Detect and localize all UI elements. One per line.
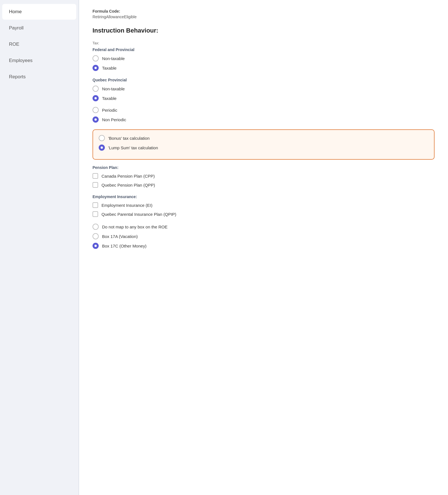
cpp-label: Canada Pension Plan (CPP): [101, 174, 155, 178]
sidebar-item-roe[interactable]: ROE: [2, 36, 76, 52]
do-not-map-option[interactable]: Do not map to any box on the ROE: [93, 224, 435, 230]
box-17c-label: Box 17C (Other Money): [102, 244, 146, 248]
ei-label: Employment Insurance (EI): [101, 203, 153, 208]
formula-code-value: RetiringAllowanceEligible: [93, 15, 435, 19]
non-taxable-2-radio[interactable]: [93, 86, 99, 92]
cpp-checkbox[interactable]: [93, 173, 98, 179]
taxable-2-label: Taxable: [102, 96, 117, 101]
sidebar-item-payroll[interactable]: Payroll: [2, 20, 76, 36]
qpip-label: Quebec Parental Insurance Plan (QPIP): [101, 212, 176, 217]
qpp-label: Quebec Pension Plan (QPP): [101, 183, 155, 187]
sidebar: Home Payroll ROE Employees Reports: [0, 0, 78, 495]
lump-sum-tax-option[interactable]: 'Lump Sum' tax calculation: [99, 145, 428, 151]
formula-code-label: Formula Code:: [93, 9, 435, 13]
tax-label: Tax:: [93, 41, 435, 45]
bonus-tax-label: 'Bonus' tax calculation: [108, 136, 149, 141]
qpp-option[interactable]: Quebec Pension Plan (QPP): [93, 182, 435, 188]
lump-sum-tax-radio[interactable]: [99, 145, 105, 151]
roe-mapping-radio-group: Do not map to any box on the ROE Box 17A…: [93, 224, 435, 249]
do-not-map-label: Do not map to any box on the ROE: [102, 224, 167, 229]
non-periodic-label: Non Periodic: [102, 117, 126, 122]
lump-sum-tax-label: 'Lump Sum' tax calculation: [108, 145, 158, 150]
qpip-checkbox[interactable]: [93, 211, 98, 217]
taxable-1-radio[interactable]: [93, 65, 99, 71]
ei-checkbox[interactable]: [93, 202, 98, 208]
non-taxable-1-radio[interactable]: [93, 55, 99, 61]
federal-provincial-label: Federal and Provincial: [93, 47, 435, 52]
taxable-1-label: Taxable: [102, 66, 117, 70]
non-taxable-1-label: Non-taxable: [102, 56, 125, 61]
taxable-1-option[interactable]: Taxable: [93, 65, 435, 71]
box-17a-label: Box 17A (Vacation): [102, 234, 138, 239]
box-17a-option[interactable]: Box 17A (Vacation): [93, 233, 435, 239]
employment-insurance-label: Employment Insurance:: [93, 194, 435, 199]
taxable-2-radio[interactable]: [93, 95, 99, 101]
qpip-option[interactable]: Quebec Parental Insurance Plan (QPIP): [93, 211, 435, 217]
sidebar-item-employees[interactable]: Employees: [2, 53, 76, 68]
qpp-checkbox[interactable]: [93, 182, 98, 188]
cpp-option[interactable]: Canada Pension Plan (CPP): [93, 173, 435, 179]
bonus-tax-radio[interactable]: [99, 135, 105, 141]
periodic-option[interactable]: Periodic: [93, 107, 435, 113]
taxable-2-option[interactable]: Taxable: [93, 95, 435, 101]
quebec-provincial-label: Quebec Provincial: [93, 78, 435, 82]
box-17c-radio[interactable]: [93, 243, 99, 249]
non-periodic-option[interactable]: Non Periodic: [93, 116, 435, 123]
periodic-label: Periodic: [102, 108, 117, 113]
periodic-radio[interactable]: [93, 107, 99, 113]
ei-option[interactable]: Employment Insurance (EI): [93, 202, 435, 208]
instruction-behaviour-title: Instruction Behaviour:: [93, 27, 435, 34]
tax-calculation-highlighted-box: 'Bonus' tax calculation 'Lump Sum' tax c…: [93, 129, 435, 160]
non-taxable-1-option[interactable]: Non-taxable: [93, 55, 435, 61]
pension-plan-label: Pension Plan:: [93, 165, 435, 170]
do-not-map-radio[interactable]: [93, 224, 99, 230]
federal-provincial-radio-group: Non-taxable Taxable: [93, 55, 435, 71]
periodic-radio-group: Periodic Non Periodic: [93, 107, 435, 123]
sidebar-item-home[interactable]: Home: [2, 4, 76, 20]
box-17a-radio[interactable]: [93, 233, 99, 239]
non-taxable-2-label: Non-taxable: [102, 86, 125, 91]
sidebar-item-reports[interactable]: Reports: [2, 69, 76, 85]
box-17c-option[interactable]: Box 17C (Other Money): [93, 243, 435, 249]
non-taxable-2-option[interactable]: Non-taxable: [93, 86, 435, 92]
main-content: Formula Code: RetiringAllowanceEligible …: [79, 0, 448, 495]
quebec-provincial-radio-group: Non-taxable Taxable: [93, 86, 435, 101]
bonus-tax-option[interactable]: 'Bonus' tax calculation: [99, 135, 428, 141]
non-periodic-radio[interactable]: [93, 116, 99, 123]
